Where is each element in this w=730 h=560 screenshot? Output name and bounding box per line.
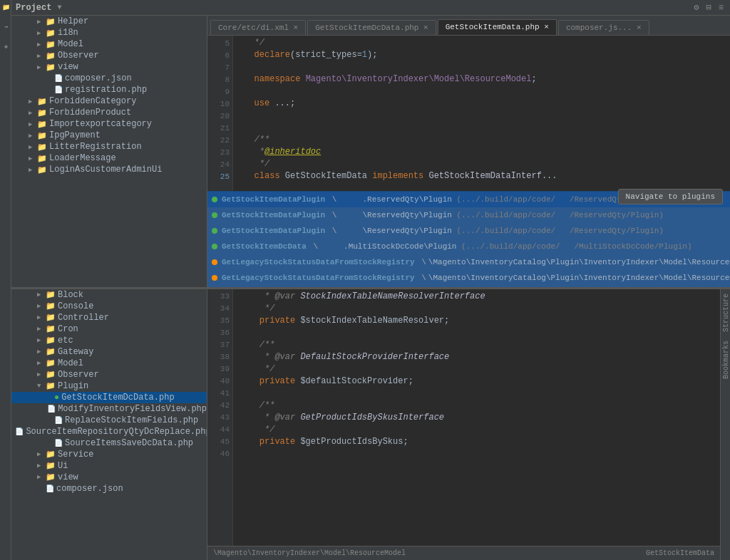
folder-icon: 📁 [37, 142, 47, 152]
bottom-tree-item[interactable]: ▶📁Block [11, 289, 207, 301]
folder-icon: 📁 [37, 97, 47, 106]
tab-getstockitemdata[interactable]: GetStockItemData.php × [438, 19, 557, 35]
tree-label: LitterRegistration [49, 142, 142, 152]
tab-composer[interactable]: composer.js... × [558, 20, 649, 35]
bottom-tree-item[interactable]: ▶📁Controller [11, 312, 207, 323]
tree-label: Cron [58, 324, 78, 334]
top-tree-item[interactable]: ▶📁ForbiddenProduct [11, 107, 207, 118]
bln-45: 45 [207, 436, 232, 448]
bottom-tree-item[interactable]: ▶📁Console [11, 301, 207, 312]
bottom-tree-item[interactable]: ●GetStockItemDcData.php [11, 392, 207, 403]
tree-label: ForbiddenProduct [49, 108, 131, 118]
project-icon[interactable]: 📁 [2, 3, 9, 11]
plugin-class-1: GetStockItemDataPlugin [222, 211, 325, 219]
bottom-tree-item[interactable]: ▶📁Model [11, 358, 207, 369]
folder-icon: 📁 [46, 450, 56, 459]
code-line-25: class GetStockItemData implements GetSto… [239, 170, 724, 182]
plugin-row-2[interactable]: GetStockItemDataPlugin \ \ReservedQty\Pl… [207, 223, 730, 239]
plugin-row-4[interactable]: GetLegacyStockStatusDataFromStockRegistr… [207, 254, 730, 270]
file-icon: 📄 [47, 405, 56, 413]
tree-label: Block [58, 290, 83, 300]
more-toolbar-icon[interactable]: ≡ [716, 2, 726, 14]
tree-label: view [58, 62, 78, 72]
top-tree-item[interactable]: ▶📁Importexportcategory [11, 118, 207, 130]
bottom-tree-item[interactable]: ▶📁etc [11, 335, 207, 346]
tree-label: Plugin [58, 381, 88, 391]
code-line-22: /** [239, 134, 724, 146]
bottom-tree-item[interactable]: 📄ModifyInventoryFieldsView.php [11, 403, 207, 415]
file-icon: 📄 [46, 484, 54, 493]
bottom-tree-item[interactable]: ▶📁view [11, 472, 207, 483]
tree-arrow-icon: ▶ [29, 120, 37, 128]
bottom-tree-item[interactable]: ▶📁Service [11, 449, 207, 460]
bottom-tree-item[interactable]: 📄composer.json [11, 483, 207, 494]
bln-37: 37 [207, 339, 232, 351]
tree-arrow-icon: ▶ [37, 336, 46, 344]
tree-label: SourceItemsSaveDcData.php [65, 438, 193, 448]
top-tree-item[interactable]: ▶📁Helper [11, 16, 207, 27]
bottom-tree-item[interactable]: 📄SourceItemRepositoryQtyDcReplace.php [11, 426, 207, 437]
structure-label[interactable]: Structure [721, 289, 730, 336]
tree-arrow-icon: ▶ [37, 462, 46, 470]
file-status-icon: ● [54, 393, 59, 403]
top-code-editor: 5 6 7 8 9 10 20 21 22 23 24 25 [207, 36, 730, 191]
tree-label: i18n [58, 28, 78, 38]
top-tree-item[interactable]: 📄composer.json [11, 73, 207, 84]
bln-46: 46 [207, 448, 232, 460]
layout-toolbar-icon[interactable]: ⊟ [704, 1, 714, 14]
tree-arrow-icon: ▶ [37, 348, 46, 356]
top-tree-item[interactable]: 📄registration.php [11, 84, 207, 95]
tree-arrow-icon: ▶ [29, 143, 37, 151]
top-file-tree: ▶📁Helper▶📁i18n▶📁Model▶📁Observer▶📁view 📄c… [11, 16, 207, 287]
bottom-code-pane[interactable]: * @var StockIndexTableNameResolverInterf… [233, 289, 720, 546]
project-dropdown-icon[interactable]: ▼ [57, 4, 61, 11]
plugin-row-5[interactable]: GetLegacyStockStatusDataFromStockRegistr… [207, 270, 730, 286]
bottom-tree-item[interactable]: ▶📁Gateway [11, 346, 207, 358]
ln-20: 20 [207, 110, 232, 122]
bottom-tree-item[interactable]: 📄SourceItemsSaveDcData.php [11, 437, 207, 449]
top-tree-item[interactable]: ▶📁ForbiddenCategory [11, 95, 207, 107]
bottom-tree-item[interactable]: ▶📁Cron [11, 323, 207, 335]
commit-icon[interactable]: ⬆ [2, 25, 9, 28]
tree-arrow-icon: ▶ [37, 313, 46, 321]
tab-getstockitemdcdata[interactable]: GetStockItemDcData.php × [307, 20, 436, 35]
plugin-row-1[interactable]: GetStockItemDataPlugin \ \ReservedQty\Pl… [207, 207, 730, 223]
plugin-row-0[interactable]: GetStockItemDataPlugin \ .ReservedQty\Pl… [207, 192, 730, 207]
bottom-tree-item[interactable]: ▶📁Ui [11, 460, 207, 472]
plugin-row-3[interactable]: GetStockItemDcData \ .MultiStockDcCode\P… [207, 239, 730, 254]
folder-icon: 📁 [37, 108, 47, 118]
extra-icon[interactable]: ◈ [2, 43, 9, 50]
top-tree-item[interactable]: ▶📁Model [11, 38, 207, 50]
bln-36: 36 [207, 327, 232, 339]
tree-label: registration.php [65, 85, 147, 95]
bcode-39: */ [239, 363, 714, 375]
folder-icon: 📁 [46, 472, 56, 482]
bottom-tree-item[interactable]: ▼📁Plugin [11, 380, 207, 392]
top-tree-item[interactable]: ▶📁LoginAsCustomerAdminUi [11, 164, 207, 175]
bottom-code-editor: 33 34 35 36 37 38 39 40 41 42 43 44 45 4… [207, 289, 720, 546]
bookmarks-label[interactable]: Bookmarks [721, 336, 730, 383]
top-tree-item[interactable]: ▶📁view [11, 61, 207, 73]
bcode-46 [239, 448, 714, 460]
bln-38: 38 [207, 351, 232, 363]
tree-label: Model [58, 358, 83, 368]
top-tree-item[interactable]: ▶📁LoaderMessage [11, 152, 207, 164]
top-tree-item[interactable]: ▶📁IpgPayment [11, 130, 207, 141]
tree-arrow-icon: ▶ [37, 291, 46, 299]
tree-label: composer.json [65, 73, 132, 83]
bottom-tree-item[interactable]: ▶📁Observer [11, 369, 207, 380]
top-code-pane[interactable]: */ declare(strict_types=1); namespace Ma… [233, 36, 730, 191]
code-line-10: use ...; [239, 98, 724, 110]
tree-label: IpgPayment [49, 130, 101, 140]
bottom-tree-item[interactable]: 📄ReplaceStockItemFields.php [11, 415, 207, 426]
tab-di-xml[interactable]: Core/etc/di.xml × [210, 20, 306, 35]
tree-label: LoaderMessage [49, 153, 116, 163]
tree-label: Gateway [58, 347, 93, 357]
top-tree-item[interactable]: ▶📁Observer [11, 50, 207, 61]
tree-label: Importexportcategory [49, 119, 152, 129]
top-tree-item[interactable]: ▶📁LitterRegistration [11, 141, 207, 152]
top-tree-item[interactable]: ▶📁i18n [11, 27, 207, 38]
bcode-37: /** [239, 339, 714, 351]
settings-toolbar-icon[interactable]: ⚙ [692, 1, 701, 14]
bln-35: 35 [207, 315, 232, 327]
